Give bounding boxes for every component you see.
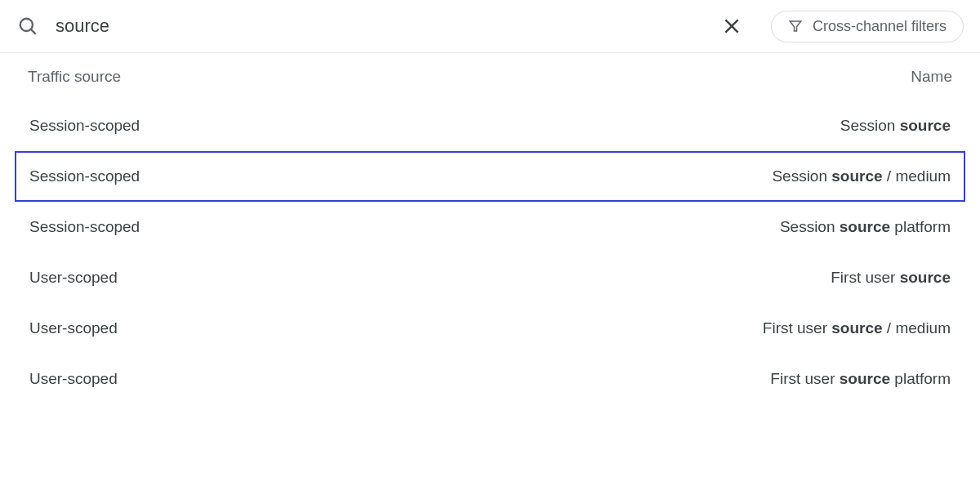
column-header-row: Traffic source Name <box>0 53 980 100</box>
list-item-name: First user source <box>831 269 951 287</box>
clear-search-button[interactable] <box>715 10 748 42</box>
search-input[interactable] <box>56 16 699 37</box>
column-header-name: Name <box>911 68 952 86</box>
list-item[interactable]: User-scopedFirst user source platform <box>15 354 965 404</box>
cross-channel-filters-button[interactable]: Cross-channel filters <box>771 11 964 42</box>
column-header-scope: Traffic source <box>28 68 121 86</box>
list-item-scope: User-scoped <box>29 269 118 287</box>
search-icon <box>16 15 39 38</box>
list-item-scope: User-scoped <box>29 319 118 337</box>
list-item-name: First user source / medium <box>763 319 951 337</box>
list-item-scope: User-scoped <box>29 370 118 388</box>
svg-marker-4 <box>790 21 801 31</box>
list-item-name: Session source <box>840 117 951 135</box>
list-item-name: Session source / medium <box>772 167 951 185</box>
list-item-name: Session source platform <box>780 218 951 236</box>
svg-point-0 <box>20 19 33 31</box>
list-item[interactable]: Session-scopedSession source <box>15 100 965 151</box>
list-item-scope: Session-scoped <box>29 167 140 185</box>
dimension-list: Session-scopedSession sourceSession-scop… <box>0 100 980 404</box>
search-bar: Cross-channel filters <box>0 0 980 53</box>
list-item[interactable]: User-scopedFirst user source <box>15 252 965 303</box>
list-item-name: First user source platform <box>770 370 951 388</box>
svg-line-1 <box>31 29 36 34</box>
filter-chip-label: Cross-channel filters <box>813 18 947 35</box>
list-item-scope: Session-scoped <box>29 218 140 236</box>
filter-icon <box>788 19 803 33</box>
list-item[interactable]: Session-scopedSession source platform <box>15 202 965 252</box>
list-item-scope: Session-scoped <box>29 117 140 135</box>
list-item[interactable]: User-scopedFirst user source / medium <box>15 303 965 354</box>
list-item[interactable]: Session-scopedSession source / medium <box>15 151 965 202</box>
